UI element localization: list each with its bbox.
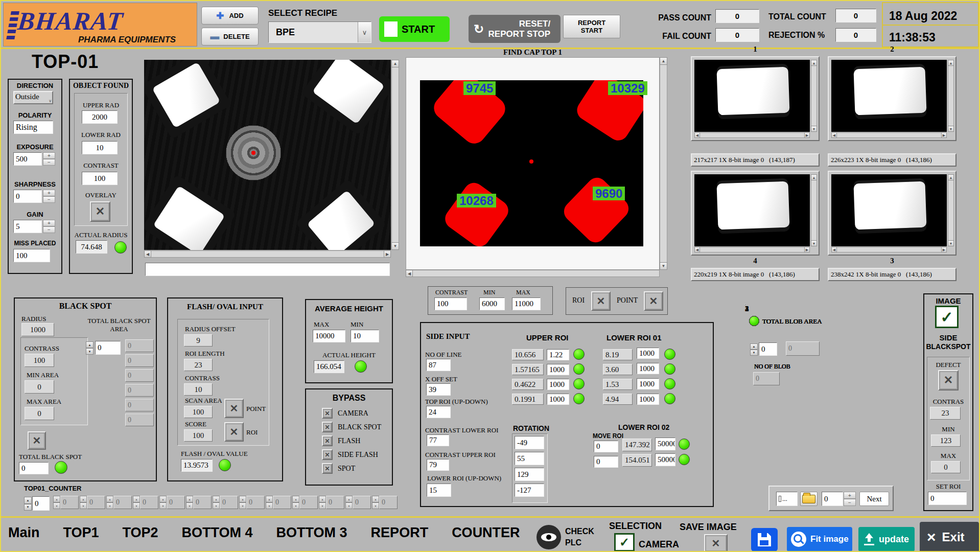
reset-report-stop-button[interactable]: ↻ RESET/ REPORT STOP: [469, 15, 561, 43]
scroll-up-icon[interactable]: ▲: [948, 60, 954, 66]
decrement-button[interactable]: −: [844, 499, 856, 506]
counter-first-field[interactable]: 0: [32, 496, 50, 511]
bypass-checkbox[interactable]: [322, 422, 333, 432]
point-checkbox[interactable]: [224, 399, 244, 418]
bypass-checkbox[interactable]: [322, 449, 333, 460]
decrement-button[interactable]: ▼: [372, 502, 379, 509]
scroll-left-icon[interactable]: ◀: [406, 270, 413, 277]
decrement-button[interactable]: ▼: [186, 502, 193, 509]
camera-text-field[interactable]: [145, 263, 390, 276]
upper-roi-limit[interactable]: 1.22: [547, 349, 569, 360]
decrement-button[interactable]: ▼: [319, 502, 326, 509]
nav-item[interactable]: REPORT: [371, 525, 429, 541]
find-cap-hscrollbar[interactable]: [406, 270, 660, 277]
next-button[interactable]: Next: [859, 492, 889, 506]
sbs-min-field[interactable]: 123: [931, 434, 961, 447]
roi-point-roi-checkbox[interactable]: [591, 291, 611, 311]
report-start-button[interactable]: REPORT START: [563, 15, 620, 38]
exposure-field[interactable]: 500: [13, 152, 42, 166]
decrement-button[interactable]: ▼: [24, 504, 32, 511]
decrement-button[interactable]: ▼: [106, 502, 113, 509]
nav-item[interactable]: TOP2: [123, 525, 158, 541]
increment-button[interactable]: +: [43, 220, 55, 226]
increment-button[interactable]: ▲: [186, 496, 193, 502]
delete-button[interactable]: ▬ DELETE: [201, 28, 259, 45]
scan-area-field[interactable]: 100: [184, 406, 213, 418]
x-offset-field[interactable]: 39: [426, 383, 451, 396]
contrass-field[interactable]: 100: [25, 354, 54, 367]
scroll-up-icon[interactable]: ▲: [811, 174, 817, 180]
scroll-down-icon[interactable]: ▼: [811, 126, 817, 132]
upper-roi-limit[interactable]: 1000: [547, 394, 569, 405]
upper-roi-limit[interactable]: 1000: [547, 364, 569, 375]
check-plc-button[interactable]: [536, 525, 561, 549]
threshold-min-field[interactable]: 6000: [479, 297, 505, 310]
increment-button[interactable]: ▲: [213, 496, 220, 502]
direction-select[interactable]: Outside ∨: [13, 91, 53, 104]
decrement-button[interactable]: ▼: [345, 502, 353, 509]
thumb-hscrollbar[interactable]: [694, 247, 810, 252]
thumb-hscrollbar[interactable]: [831, 247, 947, 252]
scroll-left-icon[interactable]: ◀: [831, 132, 837, 138]
decrement-button[interactable]: ▼: [86, 348, 94, 355]
scroll-down-icon[interactable]: ▼: [811, 240, 817, 246]
rotation-value[interactable]: -127: [515, 484, 544, 497]
increment-button[interactable]: ▲: [133, 496, 140, 502]
defect-checkbox[interactable]: [938, 370, 959, 390]
scroll-up-icon[interactable]: ▲: [660, 57, 667, 65]
blob-area-spin-field[interactable]: 0: [759, 342, 777, 356]
lower-roi-01-limit[interactable]: 1000: [637, 394, 659, 405]
score-field[interactable]: 100: [184, 429, 213, 442]
increment-button[interactable]: ▲: [750, 343, 758, 350]
radius-offset-field[interactable]: 9: [184, 334, 213, 347]
thumb-hscrollbar[interactable]: [694, 132, 810, 138]
rotation-value[interactable]: 55: [515, 452, 544, 465]
threshold-contrast-field[interactable]: 100: [434, 297, 467, 310]
thumb-vscrollbar[interactable]: [948, 60, 954, 132]
rotation-value[interactable]: -49: [515, 436, 544, 449]
scroll-down-icon[interactable]: ▼: [391, 242, 399, 250]
lower-roi-01-limit[interactable]: 1000: [637, 378, 659, 389]
camera-hscrollbar[interactable]: [144, 250, 391, 258]
bypass-checkbox[interactable]: [322, 463, 333, 474]
increment-button[interactable]: ▲: [319, 496, 326, 502]
decrement-button[interactable]: −: [43, 226, 55, 233]
increment-button[interactable]: ▲: [80, 496, 87, 502]
thumb-vscrollbar[interactable]: [811, 174, 817, 246]
gain-field[interactable]: 5: [13, 220, 42, 233]
contrast-upper-roi-field[interactable]: 79: [427, 459, 449, 471]
decrement-button[interactable]: ▼: [213, 502, 220, 509]
scroll-down-icon[interactable]: ▼: [948, 126, 954, 132]
miss-placed-field[interactable]: 100: [13, 249, 50, 262]
increment-button[interactable]: ▲: [159, 496, 167, 502]
bypass-checkbox[interactable]: [322, 408, 333, 419]
scroll-right-icon[interactable]: ▶: [384, 250, 391, 258]
increment-button[interactable]: ▲: [86, 341, 94, 348]
scroll-left-icon[interactable]: ◀: [694, 132, 700, 138]
increment-button[interactable]: +: [43, 152, 55, 159]
decrement-button[interactable]: ▼: [53, 502, 60, 509]
no-of-line-field[interactable]: 87: [426, 359, 451, 371]
scroll-left-icon[interactable]: ◀: [831, 247, 837, 252]
bypass-checkbox[interactable]: [322, 435, 333, 446]
contras-field[interactable]: 23: [930, 407, 961, 420]
increment-button[interactable]: ▲: [53, 496, 60, 502]
scroll-up-icon[interactable]: ▲: [391, 60, 399, 67]
contrast-field[interactable]: 100: [82, 172, 118, 185]
nav-item[interactable]: TOP1: [63, 525, 99, 541]
lower-roi-01-limit[interactable]: 1000: [637, 363, 659, 374]
move-roi-field[interactable]: 0: [594, 441, 618, 452]
increment-button[interactable]: ▲: [292, 496, 299, 502]
rotation-value[interactable]: 129: [515, 468, 544, 481]
scroll-down-icon[interactable]: ▼: [660, 262, 667, 270]
save-button[interactable]: [751, 528, 778, 551]
decrement-button[interactable]: −: [43, 196, 55, 203]
thumb-hscrollbar[interactable]: [831, 132, 947, 138]
top-roi-field[interactable]: 24: [426, 406, 451, 418]
overlay-checkbox[interactable]: [90, 201, 110, 222]
threshold-max-field[interactable]: 11000: [512, 297, 541, 310]
exit-button[interactable]: × Exit: [920, 522, 979, 552]
scroll-right-icon[interactable]: ▶: [804, 247, 810, 252]
increment-button[interactable]: +: [844, 492, 856, 499]
add-button[interactable]: ✚ ADD: [201, 7, 259, 25]
